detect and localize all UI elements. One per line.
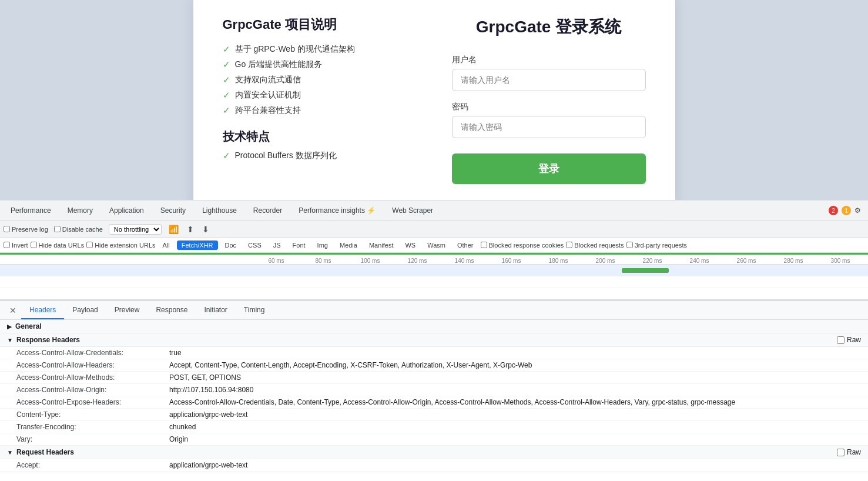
- filter-all[interactable]: All: [158, 240, 175, 250]
- warning-badge: 1: [842, 206, 851, 215]
- timeline-labels: 60 ms 80 ms 100 ms 120 ms 140 ms 160 ms …: [253, 258, 868, 264]
- tab-recorder[interactable]: Recorder: [245, 201, 290, 221]
- header-name-content-type: Content-Type:: [0, 409, 153, 421]
- tab-payload[interactable]: Payload: [64, 301, 106, 319]
- devtools-tabs: Performance Memory Application Security …: [0, 200, 868, 221]
- filter-fetch-xhr[interactable]: Fetch/XHR: [177, 240, 218, 250]
- header-row-credentials: Access-Control-Allow-Credentials: true: [0, 347, 868, 359]
- filter-font[interactable]: Font: [288, 240, 310, 250]
- filter-wasm[interactable]: Wasm: [423, 240, 450, 250]
- header-row-allow-origin: Access-Control-Allow-Origin: http://107.…: [0, 384, 868, 396]
- tab-preview[interactable]: Preview: [106, 301, 148, 319]
- header-name-expose-headers: Access-Control-Expose-Headers:: [0, 396, 153, 409]
- tab-headers[interactable]: Headers: [21, 301, 64, 319]
- filter-doc[interactable]: Doc: [220, 240, 242, 250]
- blocked-requests-input[interactable]: [566, 242, 572, 248]
- password-input[interactable]: [452, 116, 646, 138]
- tl-9: 220 ms: [629, 258, 676, 264]
- feature-item-5: ✓跨平台兼容性支持: [223, 105, 417, 116]
- preserve-log-checkbox[interactable]: Preserve log: [4, 226, 48, 233]
- download-icon[interactable]: ⬇: [201, 225, 210, 234]
- header-name-allow-origin: Access-Control-Allow-Origin:: [0, 384, 153, 396]
- tab-lighthouse[interactable]: Lighthouse: [194, 201, 245, 221]
- header-row-allow-headers: Access-Control-Allow-Headers: Accept, Co…: [0, 359, 868, 372]
- filter-js[interactable]: JS: [269, 240, 286, 250]
- tab-security[interactable]: Security: [152, 201, 194, 221]
- headers-content: ▶ General ▼ Response Headers Raw Access-…: [0, 320, 868, 481]
- header-name-transfer-encoding: Transfer-Encoding:: [0, 421, 153, 433]
- header-value-allow-headers: Accept, Content-Type, Content-Length, Ac…: [153, 359, 868, 372]
- tl-2: 80 ms: [300, 258, 347, 264]
- filter-img[interactable]: Img: [313, 240, 333, 250]
- invert-checkbox[interactable]: Invert: [4, 242, 28, 249]
- request-header-name-accept: Accept:: [0, 459, 153, 472]
- header-value-transfer-encoding: chunked: [153, 421, 868, 433]
- wifi-icon[interactable]: 📶: [167, 225, 180, 234]
- request-raw-checkbox[interactable]: Raw: [837, 448, 861, 456]
- tab-performance[interactable]: Performance: [2, 201, 59, 221]
- network-row-1[interactable]: [0, 265, 868, 276]
- timeline-progress: [0, 253, 868, 255]
- upload-icon[interactable]: ⬆: [186, 225, 195, 234]
- response-headers-section[interactable]: ▼ Response Headers Raw: [0, 333, 868, 347]
- filter-other[interactable]: Other: [453, 240, 478, 250]
- third-party-requests-input[interactable]: [626, 242, 633, 248]
- login-button[interactable]: 登录: [452, 153, 646, 184]
- header-name-vary: Vary:: [0, 433, 153, 446]
- header-value-credentials: true: [153, 347, 868, 359]
- request-raw-input[interactable]: [837, 449, 844, 456]
- blocked-requests-checkbox[interactable]: Blocked requests: [566, 242, 624, 249]
- tl-12: 280 ms: [770, 258, 817, 264]
- response-raw-checkbox[interactable]: Raw: [837, 336, 861, 344]
- preserve-log-input[interactable]: [4, 226, 10, 232]
- tab-initiator[interactable]: Initiator: [196, 301, 235, 319]
- tab-timing[interactable]: Timing: [236, 301, 273, 319]
- hide-data-urls-checkbox[interactable]: Hide data URLs: [31, 242, 85, 249]
- blocked-response-cookies-input[interactable]: [481, 242, 487, 248]
- third-party-requests-checkbox[interactable]: 3rd-party requests: [626, 242, 687, 249]
- invert-input[interactable]: [4, 242, 10, 248]
- network-row-2[interactable]: [0, 276, 868, 288]
- tech-list: ✓Protocol Buffers 数据序列化: [223, 151, 417, 161]
- hide-data-urls-input[interactable]: [31, 242, 37, 248]
- request-header-row-accept: Accept: application/grpc-web-text: [0, 459, 868, 472]
- filter-css[interactable]: CSS: [243, 240, 266, 250]
- tl-6: 160 ms: [488, 258, 535, 264]
- right-panel: GrpcGate 登录系统 用户名 密码 登录: [452, 16, 646, 184]
- filter-media[interactable]: Media: [335, 240, 362, 250]
- panel-close-button[interactable]: ✕: [5, 301, 21, 319]
- username-label: 用户名: [452, 55, 646, 65]
- filter-manifest[interactable]: Manifest: [364, 240, 398, 250]
- tab-performance-insights[interactable]: Performance insights ⚡: [290, 201, 384, 221]
- network-row-2-bar: [253, 276, 868, 288]
- hide-extension-urls-checkbox[interactable]: Hide extension URLs: [86, 242, 155, 249]
- tab-memory[interactable]: Memory: [59, 201, 101, 221]
- hide-extension-urls-input[interactable]: [86, 242, 93, 248]
- throttle-select[interactable]: No throttling: [109, 224, 162, 235]
- header-value-allow-origin: http://107.150.106.94:8080: [153, 384, 868, 396]
- tl-10: 240 ms: [676, 258, 723, 264]
- tl-4: 120 ms: [394, 258, 441, 264]
- response-raw-input[interactable]: [837, 336, 844, 344]
- tl-1: 60 ms: [253, 258, 300, 264]
- tech-title: 技术特点: [223, 129, 417, 145]
- header-row-allow-methods: Access-Control-Allow-Methods: POST, GET,…: [0, 372, 868, 384]
- tl-11: 260 ms: [723, 258, 770, 264]
- filter-bar: Preserve log Disable cache No throttling…: [0, 221, 868, 238]
- blocked-response-cookies-checkbox[interactable]: Blocked response cookies: [481, 242, 564, 249]
- tab-application[interactable]: Application: [101, 201, 152, 221]
- general-arrow: ▶: [7, 323, 12, 330]
- disable-cache-input[interactable]: [54, 226, 61, 232]
- username-input[interactable]: [452, 69, 646, 91]
- disable-cache-checkbox[interactable]: Disable cache: [54, 226, 103, 233]
- tech-item-1: ✓Protocol Buffers 数据序列化: [223, 151, 417, 161]
- feature-item-1: ✓基于 gRPC-Web 的现代通信架构: [223, 44, 417, 55]
- filter-ws[interactable]: WS: [400, 240, 420, 250]
- network-row-3-bar: [253, 288, 868, 299]
- network-row-3[interactable]: [0, 288, 868, 300]
- general-section[interactable]: ▶ General: [0, 320, 868, 333]
- request-headers-section[interactable]: ▼ Request Headers Raw: [0, 446, 868, 459]
- header-name-credentials: Access-Control-Allow-Credentials:: [0, 347, 153, 359]
- tab-response[interactable]: Response: [148, 301, 196, 319]
- tab-web-scraper[interactable]: Web Scraper: [384, 201, 441, 221]
